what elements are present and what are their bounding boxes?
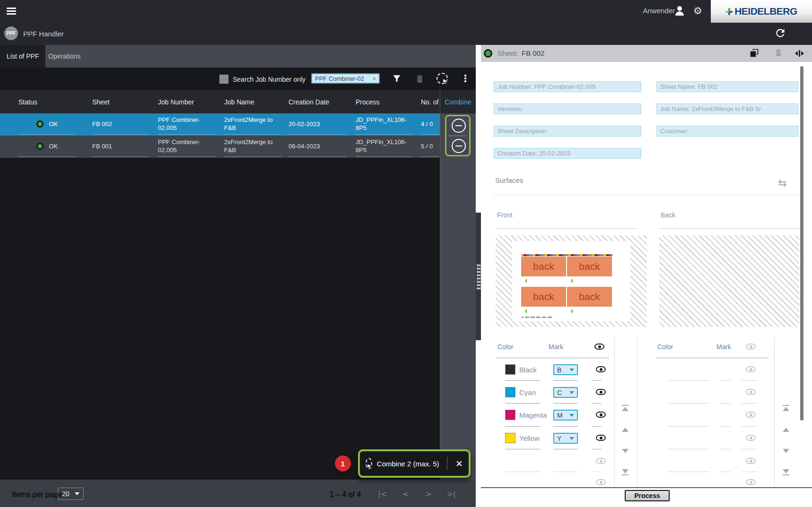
previous-page-button[interactable]: < [400,490,412,500]
user-icon[interactable] [674,6,685,16]
tab-operations[interactable]: Operations [42,45,87,68]
chip-close-icon[interactable]: × [372,75,376,82]
next-page-button[interactable]: > [422,490,435,500]
registration-mark [570,279,574,283]
table-row[interactable]: OK FB 002 PPF Combiner-02.005 2xFront2Me… [0,113,440,136]
no-of-sheets-cell: 5 / 0 [421,136,439,157]
popup-divider [447,457,447,470]
job-name-field[interactable]: Job Name: 2xFront2Merge to F&B 5/- [656,103,798,114]
marquee-circle-icon [437,73,448,84]
surfaces-divider [494,195,800,195]
expand-panel-icon[interactable] [795,48,805,59]
no-of-sheets-cell: 4 / 0 [421,113,439,135]
visibility-eye-icon[interactable] [596,435,606,441]
last-page-button[interactable]: >| [445,490,457,500]
col-header-status: Status [18,90,76,113]
items-per-page-select[interactable]: 20 [58,488,84,500]
chip-text: PPF Combiner-02 [315,75,364,82]
visibility-eye-icon[interactable] [596,366,606,372]
move-to-bottom-icon[interactable] [783,469,789,473]
move-up-icon[interactable] [622,428,629,432]
process-cell: JD_PPFin_XL106-8P5 [356,136,412,157]
visibility-eye-icon [746,412,756,418]
move-to-top-icon[interactable] [622,405,629,406]
combine-select-icon[interactable] [436,72,449,85]
ppf-handler-window: Anwender ⚙ HEIDELBERG PPF PPF Handler Li… [0,0,812,507]
sheet-name-field[interactable]: Sheet Name: FB 002 [656,81,798,92]
swap-surfaces-icon[interactable]: ⇆ [778,177,786,189]
first-page-button[interactable]: |< [376,490,389,500]
visibility-eye-icon[interactable] [596,412,606,418]
job-number-field[interactable]: Job Number: PPF Combiner-02.005 [494,81,641,92]
imposition-page: back [521,287,566,307]
visibility-eye-icon [596,479,606,485]
move-to-top-icon[interactable] [622,407,629,411]
col-header-job-number: Job Number [158,90,215,113]
move-to-top-icon[interactable] [783,405,789,406]
heidelberg-logo-text: HEIDELBERG [734,6,797,17]
menu-icon[interactable] [7,8,16,15]
search-filter-chip[interactable]: PPF Combiner-02 × [311,73,380,84]
detail-scrollbar[interactable] [800,66,803,421]
creation-date-field[interactable]: Creation Date: 20-02-2023 [494,148,641,159]
visibility-eye-icon [746,435,756,441]
search-job-number-checkbox[interactable] [219,75,228,84]
sheet-description-field[interactable]: Sheet Description: [494,126,641,137]
settings-gear-icon[interactable]: ⚙ [693,5,702,17]
remove-from-combine-button[interactable] [452,139,466,153]
combine-action-button[interactable]: Combine 2 (max. 5) ✕ [358,449,471,478]
front-sheet-area: back back back back [512,241,630,321]
process-button[interactable]: Process [625,490,670,501]
combine-action-label: Combine 2 (max. 5) [377,460,439,468]
delete-icon[interactable] [413,72,426,85]
user-name[interactable]: Anwender [643,7,675,15]
mark-dropdown[interactable]: Y [553,433,578,444]
process-cell: JD_PPFin_XL106-8P5 [356,113,412,135]
move-to-bottom-icon[interactable] [622,469,629,473]
move-down-icon[interactable] [783,449,789,453]
creation-date-cell: 20-02-2023 [288,113,346,135]
mark-dropdown[interactable]: C [553,387,578,398]
front-visibility-header-eye-icon[interactable] [594,344,604,350]
front-color-header: Color [498,343,513,351]
move-to-bottom-icon[interactable] [622,474,629,475]
more-options-icon[interactable] [459,72,472,85]
col-header-no-of-sheets: No. of s [421,90,440,113]
move-down-icon[interactable] [622,449,629,453]
back-surface-preview[interactable] [659,235,799,327]
move-up-icon[interactable] [783,428,789,432]
table-row[interactable]: OK FB 001 PPF Combiner-02.005 2xFront2Me… [0,136,440,158]
col-header-sheet: Sheet [92,90,149,113]
splitter-handle[interactable] [476,213,481,340]
move-to-bottom-icon[interactable] [783,474,789,475]
job-number-cell: PPF Combiner-02.005 [158,136,215,157]
customer-field[interactable]: Customer: [656,126,798,137]
visibility-eye-icon[interactable] [596,389,606,395]
filter-icon[interactable] [390,72,403,85]
sheet-cell: FB 002 [92,113,149,135]
versions-field[interactable]: Versions: [494,103,641,114]
drag-dots-icon [477,264,480,290]
combine-column [440,113,476,480]
delete-sheet-icon[interactable] [774,48,785,59]
chevron-down-icon [569,414,574,417]
remove-from-combine-button[interactable] [452,119,466,133]
ppf-app-icon: PPF [4,26,18,40]
job-name-cell: 2xFront2Merge to F&B [224,113,281,135]
tab-list-of-ppf[interactable]: List of PPF [0,45,45,68]
mark-dropdown[interactable]: B [553,364,578,375]
mark-dropdown[interactable]: M [553,410,578,421]
color-swatch [505,364,515,375]
duplicate-sheet-icon[interactable] [750,48,760,59]
color-swatch [505,433,515,443]
close-icon[interactable]: ✕ [455,458,463,469]
heidelberg-plus-icon [725,8,733,15]
heidelberg-logo: HEIDELBERG [711,0,812,23]
color-swatch [505,387,515,397]
front-surface-preview[interactable]: back back back back [496,235,647,327]
imposition-page: back [567,257,612,276]
imposition-page: back [521,257,566,276]
registration-mark [570,309,574,313]
refresh-icon[interactable] [774,27,786,39]
move-to-top-icon[interactable] [783,407,789,411]
